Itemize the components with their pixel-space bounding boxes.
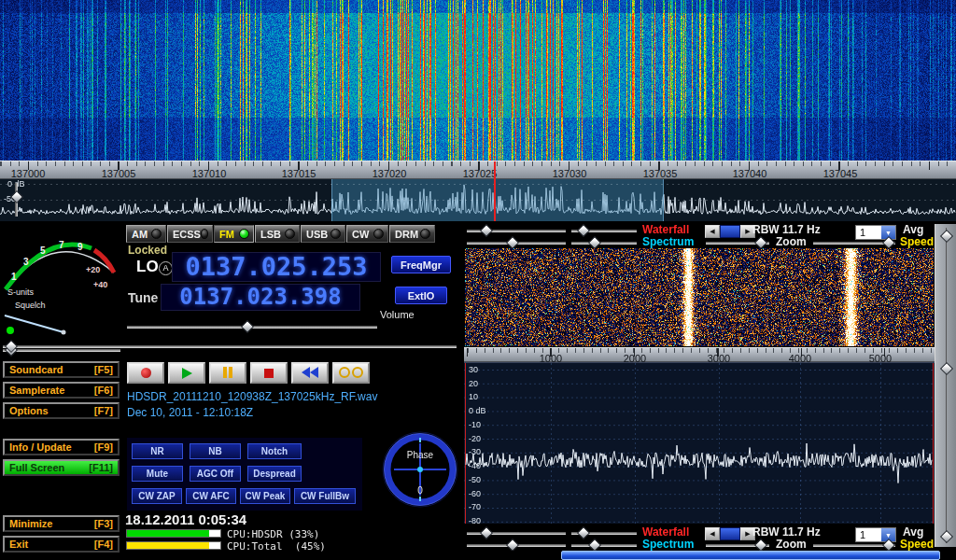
slider-handle[interactable] bbox=[577, 224, 590, 237]
exit-button[interactable]: Exit[F4] bbox=[3, 536, 120, 553]
cw-afc-button[interactable]: CW AFC bbox=[186, 488, 236, 504]
spin-value-bar[interactable] bbox=[720, 527, 740, 540]
cw-zap-button[interactable]: CW ZAP bbox=[132, 488, 182, 504]
freqmgr-button[interactable]: FreqMgr bbox=[391, 256, 451, 273]
rx-top-zoom-slider[interactable] bbox=[706, 242, 769, 245]
button-hotkey: [F6] bbox=[94, 385, 113, 396]
slider-handle[interactable] bbox=[577, 526, 590, 539]
slider-handle[interactable] bbox=[506, 539, 519, 552]
side-slider-handle[interactable] bbox=[940, 230, 953, 243]
rx-bottom-speed-label: Speed bbox=[900, 539, 934, 551]
rx-waterfall[interactable] bbox=[465, 248, 934, 346]
side-slider-handle[interactable] bbox=[940, 362, 953, 375]
main-frequency-ruler[interactable]: 137000 137005 137010 137015 137020 13702… bbox=[0, 161, 956, 179]
squelch-slider[interactable] bbox=[3, 349, 120, 352]
main-spectrum[interactable]: 0 dB -50 bbox=[0, 179, 956, 221]
slider-handle[interactable] bbox=[588, 236, 601, 249]
rx-bottom-slider-1[interactable] bbox=[467, 532, 566, 535]
rx-hscrollbar-thumb[interactable] bbox=[561, 551, 940, 560]
rx-frequency-ruler[interactable]: 1000 2000 3000 4000 5000 bbox=[464, 347, 935, 362]
rx-bottom-slider-2[interactable] bbox=[571, 532, 637, 535]
rx-bottom-spectrum-tab[interactable]: Spectrum bbox=[642, 539, 694, 551]
spin-left-icon[interactable]: ◀ bbox=[705, 527, 720, 540]
rx-top-slider-3[interactable] bbox=[467, 242, 566, 245]
tune-marker[interactable] bbox=[494, 161, 496, 180]
nr-button[interactable]: NR bbox=[132, 443, 183, 459]
side-slider-handle[interactable] bbox=[940, 530, 953, 543]
rx-bottom-speed-slider[interactable] bbox=[813, 544, 895, 547]
mode-led-icon bbox=[201, 229, 208, 239]
rx-top-speed-slider[interactable] bbox=[813, 242, 895, 245]
db-label: -10 bbox=[469, 420, 481, 429]
soundcard-button[interactable]: Soundcard[F5] bbox=[3, 361, 120, 378]
rewind-button[interactable] bbox=[291, 362, 329, 384]
mode-button-fm[interactable]: FM bbox=[214, 225, 254, 243]
spin-value-bar[interactable] bbox=[720, 225, 740, 238]
slider-handle[interactable] bbox=[506, 236, 519, 249]
mode-button-usb[interactable]: USB bbox=[301, 225, 345, 243]
tuning-bar-slider[interactable] bbox=[3, 345, 457, 348]
mode-button-am[interactable]: AM bbox=[126, 225, 166, 243]
phase-value: 0 bbox=[417, 485, 423, 496]
mode-button-cw[interactable]: CW bbox=[346, 225, 388, 243]
agc-button[interactable]: AGC Off bbox=[190, 466, 241, 482]
mode-button-lsb[interactable]: LSB bbox=[255, 225, 300, 243]
main-waterfall[interactable] bbox=[0, 0, 956, 161]
lo-frequency-display[interactable]: 0137.025.253 bbox=[172, 252, 381, 282]
samplerate-button[interactable]: Samplerate[F6] bbox=[3, 382, 120, 399]
tune-frequency-display[interactable]: 0137.023.398 bbox=[161, 284, 360, 311]
despread-button[interactable]: Despread bbox=[247, 466, 302, 482]
spin-left-icon[interactable]: ◀ bbox=[705, 225, 720, 238]
slider-handle[interactable] bbox=[588, 539, 601, 552]
phase-scope[interactable]: Phase 0 bbox=[379, 428, 461, 511]
mode-button-drm[interactable]: DRM bbox=[389, 225, 435, 243]
loop-button[interactable] bbox=[332, 362, 370, 384]
rx-hscrollbar[interactable] bbox=[464, 551, 956, 560]
mode-button-ecss[interactable]: ECSS bbox=[167, 225, 213, 243]
extio-button[interactable]: ExtIO bbox=[395, 287, 447, 304]
record-button[interactable] bbox=[127, 362, 164, 384]
rx-bottom-zoom-spinner[interactable]: ◀ ▶ bbox=[705, 527, 755, 540]
recording-filename: HDSDR_20111210_120938Z_137025kHz_RF.wav bbox=[127, 390, 377, 403]
rx-spectrum[interactable]: 30 20 10 0 dB -10 -20 -30 -40 -50 -60 -7… bbox=[464, 362, 935, 523]
stop-button[interactable] bbox=[250, 362, 288, 384]
lo-lock-badge[interactable]: A bbox=[159, 261, 173, 275]
rx-bottom-slider-4[interactable] bbox=[571, 544, 637, 547]
fullscreen-button[interactable]: Full Screen[F11] bbox=[3, 459, 120, 476]
cw-fullbw-button[interactable]: CW FullBw bbox=[294, 488, 356, 504]
rx-spectrum-canvas[interactable] bbox=[464, 363, 935, 524]
mute-button[interactable]: Mute bbox=[132, 466, 183, 482]
minimize-button[interactable]: Minimize[F3] bbox=[3, 515, 120, 532]
mode-label: USB bbox=[306, 229, 328, 240]
options-button[interactable]: Options[F7] bbox=[3, 402, 120, 419]
slider-handle[interactable] bbox=[754, 236, 767, 249]
play-button[interactable] bbox=[168, 362, 205, 384]
notch-button[interactable]: Notch bbox=[247, 443, 302, 459]
ruler-label: 137035 bbox=[634, 168, 686, 179]
rx-top-zoom-spinner[interactable]: ◀ ▶ bbox=[705, 225, 755, 238]
mode-label: AM bbox=[132, 229, 148, 240]
db-label: -50 bbox=[469, 475, 481, 484]
slider-handle[interactable] bbox=[480, 224, 493, 237]
rx-top-spectrum-tab[interactable]: Spectrum bbox=[642, 236, 694, 248]
mode-led-icon bbox=[420, 229, 430, 239]
rx-top-slider-4[interactable] bbox=[571, 242, 637, 245]
rx-bottom-zoom-slider[interactable] bbox=[706, 544, 769, 547]
datetime-display: 18.12.2011 0:05:34 bbox=[125, 511, 246, 527]
slider-handle[interactable] bbox=[754, 539, 767, 552]
cpu-total-text: CPU:Total (45%) bbox=[227, 540, 326, 553]
squelch-led-icon bbox=[7, 327, 14, 334]
rx-bottom-slider-3[interactable] bbox=[467, 544, 566, 547]
mode-led-icon bbox=[239, 229, 249, 239]
pause-button[interactable] bbox=[209, 362, 246, 384]
volume-slider-handle[interactable] bbox=[241, 320, 254, 333]
slider-handle[interactable] bbox=[480, 526, 493, 539]
rx-top-slider-1[interactable] bbox=[467, 230, 566, 232]
rx-top-slider-2[interactable] bbox=[571, 230, 637, 232]
nb-button[interactable]: NB bbox=[190, 443, 241, 459]
cw-peak-button[interactable]: CW Peak bbox=[240, 488, 290, 504]
rx-side-scrollbar[interactable] bbox=[935, 224, 956, 547]
button-label: Options bbox=[9, 405, 49, 416]
volume-slider[interactable] bbox=[127, 326, 377, 329]
info-update-button[interactable]: Info / Update[F9] bbox=[3, 439, 120, 455]
